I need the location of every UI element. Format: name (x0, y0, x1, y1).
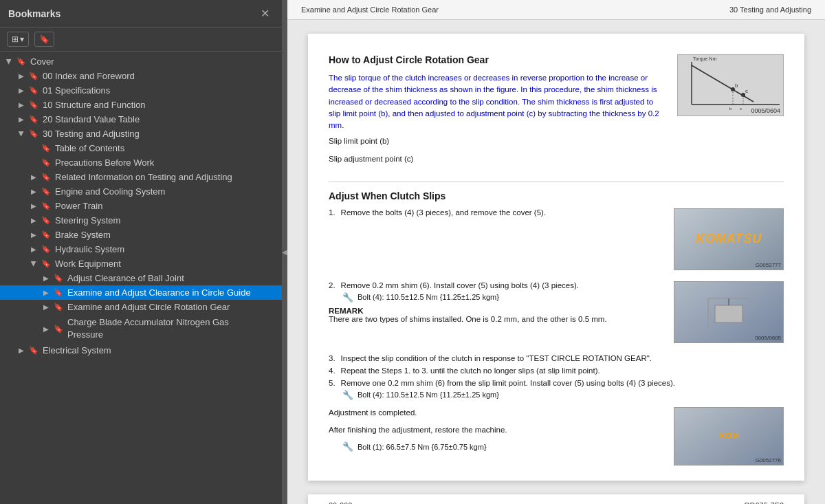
expand-arrow-index[interactable]: ▶ (15, 72, 28, 80)
document-header: Examine and Adjust Circle Rotation Gear … (287, 0, 825, 20)
expand-arrow-standard[interactable]: ▶ (15, 116, 28, 123)
bookmark-item-balljoint[interactable]: ▶ 🔖 Adjust Clearance of Ball Joint (0, 271, 282, 285)
bookmarks-panel: Bookmarks ✕ ⊞ ▾ 🔖 ▶ 🔖 Cover ▶ 🔖 00 Index… (0, 0, 282, 504)
bookmark-item-electrical[interactable]: ▶ 🔖 Electrical System (0, 343, 282, 358)
expand-arrow-circleguide[interactable]: ▶ (40, 289, 52, 296)
bookmark-label-testing: 30 Testing and Adjusting (43, 129, 279, 139)
restore-text: After finishing the adjustment, restore … (329, 424, 663, 436)
step1-img-caption: G0052777 (756, 262, 781, 268)
komatsu-logo-1: KOMATSU (696, 232, 762, 246)
bookmark-label-nitrogen: Charge Blade Accumulator Nitrogen GasPre… (67, 316, 279, 341)
section1-text: How to Adjust Circle Rotation Gear The s… (329, 54, 666, 171)
bookmark-label-workequip: Work Equipment (55, 259, 279, 269)
expand-arrow-cover[interactable]: ▶ (6, 56, 13, 68)
bookmark-item-standard[interactable]: ▶ 🔖 20 Standard Value Table (0, 112, 282, 127)
step2-image: 0005/0605 (674, 281, 784, 343)
expand-arrow-workequip[interactable]: ▶ (30, 258, 38, 270)
bookmark-item-testing[interactable]: ▶ 🔖 30 Testing and Adjusting (0, 127, 282, 141)
step2-img-caption: 0005/0605 (755, 335, 781, 341)
intro-text: The slip torque of the clutch increases … (329, 72, 666, 131)
bookmark-item-engine[interactable]: ▶ 🔖 Engine and Cooling System (0, 184, 282, 199)
expand-arrow-testing[interactable]: ▶ (18, 128, 25, 140)
step2-diagram-svg (694, 292, 763, 333)
bookmark-item-brake[interactable]: ▶ 🔖 Brake System (0, 228, 282, 242)
doc-header-right: 30 Testing and Adjusting (729, 6, 811, 14)
final-bolt-text: Bolt (1): 66.5±7.5 Nm {6.75±0.75 kgm} (358, 443, 487, 451)
view-options-button[interactable]: ⊞ ▾ (7, 32, 29, 47)
step4-content: Repeat the Steps 1. to 3. until the clut… (341, 366, 600, 375)
step1-num: 1. (329, 208, 336, 217)
bookmark-add-button[interactable]: 🔖 (34, 32, 54, 47)
expand-arrow-related[interactable]: ▶ (28, 173, 40, 181)
bookmark-label-engine: Engine and Cooling System (55, 186, 279, 197)
step1-image: KOMATSU G0052777 (674, 208, 784, 270)
bookmark-icon-brake: 🔖 (40, 230, 52, 239)
step3-num: 3. (329, 354, 336, 362)
expand-arrow-structure[interactable]: ▶ (15, 101, 28, 109)
bookmark-icon-workequip: 🔖 (40, 259, 52, 268)
bookmark-item-specifications[interactable]: ▶ 🔖 01 Specifications (0, 83, 282, 98)
expand-arrow-balljoint[interactable]: ▶ (40, 274, 52, 282)
step2-text: 2. Remove 0.2 mm shim (6). Install cover… (329, 281, 663, 343)
bookmark-item-powertrain[interactable]: ▶ 🔖 Power Train (0, 199, 282, 213)
bookmarks-close-button[interactable]: ✕ (256, 6, 274, 21)
bookmark-item-steering[interactable]: ▶ 🔖 Steering System (0, 213, 282, 228)
expand-arrow-nitrogen[interactable]: ▶ (40, 325, 52, 333)
bookmark-item-related[interactable]: ▶ 🔖 Related Information on Testing and A… (0, 170, 282, 184)
step2-bolt-spec: 🔧 Bolt (4): 110.5±12.5 Nm {11.25±1.25 kg… (342, 292, 663, 303)
bookmark-icon-powertrain: 🔖 (40, 201, 52, 210)
bookmark-item-structure[interactable]: ▶ 🔖 10 Structure and Function (0, 98, 282, 112)
panel-resize-handle[interactable] (282, 0, 287, 504)
bookmark-icon-toc: 🔖 (40, 144, 52, 153)
expand-arrow-brake[interactable]: ▶ (28, 231, 40, 239)
step1-text: 1. Remove the bolts (4) (3 pieces), and … (329, 208, 663, 270)
step2-block: 2. Remove 0.2 mm shim (6). Install cover… (329, 281, 784, 343)
bookmark-label-standard: 20 Standard Value Table (43, 114, 279, 124)
expand-arrow-electrical[interactable]: ▶ (15, 347, 28, 354)
step5-num: 5. (329, 379, 336, 387)
expand-arrow-hydraulic[interactable]: ▶ (28, 245, 40, 253)
step2-content: Remove 0.2 mm shim (6). Install cover (5… (341, 281, 579, 289)
bookmark-item-cover[interactable]: ▶ 🔖 Cover (0, 54, 282, 69)
bookmark-icon-hydraulic: 🔖 (40, 245, 52, 254)
step2-bolt-text: Bolt (4): 110.5±12.5 Nm {11.25±1.25 kgm} (358, 293, 499, 301)
bookmark-label-circleguide: Examine and Adjust Clearance in Circle G… (67, 287, 279, 298)
bookmark-icon-nitrogen: 🔖 (52, 325, 65, 333)
bookmark-label-powertrain: Power Train (55, 201, 279, 211)
bookmark-icon-electrical: 🔖 (28, 346, 40, 355)
bookmark-icon-balljoint: 🔖 (52, 274, 65, 283)
expand-arrow-powertrain[interactable]: ▶ (28, 202, 40, 210)
step5-block: 5. Remove one 0.2 mm shim (6) from the s… (329, 379, 784, 387)
bookmark-label-precautions: Precautions Before Work (55, 157, 279, 168)
final-bolt-spec: 🔧 Bolt (1): 66.5±7.5 Nm {6.75±0.75 kgm} (342, 441, 663, 452)
step2-num: 2. (329, 281, 336, 289)
bookmark-item-circlegear[interactable]: ▶ 🔖 Examine and Adjust Circle Rotation G… (0, 300, 282, 314)
bookmark-item-toc[interactable]: ▶ 🔖 Table of Contents (0, 141, 282, 155)
bookmark-label-hydraulic: Hydraulic System (55, 244, 279, 254)
bookmark-item-workequip[interactable]: ▶ 🔖 Work Equipment (0, 256, 282, 271)
bookmark-item-index[interactable]: ▶ 🔖 00 Index and Foreword (0, 69, 282, 83)
bookmark-icon-engine: 🔖 (40, 187, 52, 196)
svg-rect-16 (715, 305, 742, 322)
footer-left: 30-262 (329, 501, 352, 504)
expand-arrow-steering[interactable]: ▶ (28, 217, 40, 224)
remark-text: There are two types of shims installed. … (329, 315, 607, 323)
svg-text:Torque Nm: Torque Nm (693, 56, 716, 62)
bookmark-item-nitrogen[interactable]: ▶ 🔖 Charge Blade Accumulator Nitrogen Ga… (0, 314, 282, 343)
grid-icon: ⊞ (12, 34, 19, 44)
slip-limit-label: Slip limit point (b) (329, 135, 666, 147)
diagram-caption: 0005/0604 (751, 107, 780, 114)
dropdown-arrow-icon: ▾ (20, 34, 24, 44)
bookmarks-header: Bookmarks ✕ (0, 0, 282, 28)
bookmark-item-precautions[interactable]: ▶ 🔖 Precautions Before Work (0, 155, 282, 170)
expand-arrow-specifications[interactable]: ▶ (15, 87, 28, 94)
svg-text:c: c (740, 107, 742, 111)
expand-arrow-engine[interactable]: ▶ (28, 188, 40, 195)
bookmark-item-hydraulic[interactable]: ▶ 🔖 Hydraulic System (0, 242, 282, 256)
expand-arrow-circlegear[interactable]: ▶ (40, 303, 52, 311)
bookmark-item-circleguide[interactable]: ▶ 🔖 Examine and Adjust Clearance in Circ… (0, 285, 282, 300)
bookmark-label-index: 00 Index and Foreword (43, 71, 279, 81)
bookmarks-list[interactable]: ▶ 🔖 Cover ▶ 🔖 00 Index and Foreword ▶ 🔖 … (0, 52, 282, 504)
bookmark-label-cover: Cover (30, 56, 279, 67)
step4-num: 4. (329, 366, 336, 375)
